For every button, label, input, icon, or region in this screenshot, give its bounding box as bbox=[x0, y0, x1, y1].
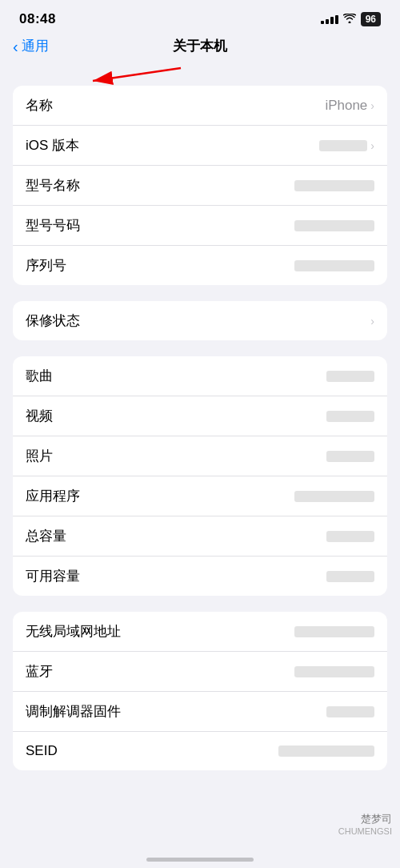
name-text: iPhone bbox=[325, 98, 367, 114]
seid-label: SEID bbox=[26, 743, 58, 759]
status-icons: 96 bbox=[321, 12, 381, 26]
modem-firmware-redacted bbox=[326, 706, 374, 717]
svg-line-1 bbox=[93, 68, 181, 81]
songs-row: 歌曲 bbox=[13, 356, 387, 396]
total-capacity-row: 总容量 bbox=[13, 516, 387, 557]
total-capacity-redacted bbox=[326, 531, 374, 542]
device-info-group: 名称 iPhone › iOS 版本 › 型号名称 型号号码 序列号 bbox=[13, 86, 387, 285]
seid-row: SEID bbox=[13, 732, 387, 770]
apps-row: 应用程序 bbox=[13, 476, 387, 516]
name-label: 名称 bbox=[26, 96, 53, 115]
back-label: 通用 bbox=[22, 37, 49, 55]
page-title: 关于本机 bbox=[173, 37, 227, 55]
home-indicator-bar bbox=[0, 841, 400, 868]
name-row[interactable]: 名称 iPhone › bbox=[13, 86, 387, 126]
model-number-redacted bbox=[294, 220, 374, 231]
watermark: 楚梦司 CHUMENGSI bbox=[338, 812, 392, 836]
network-ids-group: 无线局域网地址 蓝牙 调制解调器固件 SEID bbox=[13, 612, 387, 770]
name-chevron-icon: › bbox=[370, 99, 374, 112]
status-bar: 08:48 96 bbox=[0, 0, 400, 34]
available-capacity-redacted bbox=[326, 571, 374, 582]
photos-row: 照片 bbox=[13, 436, 387, 476]
videos-row: 视频 bbox=[13, 396, 387, 436]
bluetooth-redacted bbox=[294, 666, 374, 677]
wifi-address-redacted bbox=[294, 626, 374, 637]
bluetooth-label: 蓝牙 bbox=[26, 662, 53, 681]
status-time: 08:48 bbox=[19, 11, 56, 27]
back-button[interactable]: ‹ 通用 bbox=[13, 37, 49, 55]
nav-bar: ‹ 通用 关于本机 bbox=[0, 34, 400, 63]
seid-redacted bbox=[278, 745, 374, 757]
media-storage-group: 歌曲 视频 照片 应用程序 总容量 可用容量 bbox=[13, 356, 387, 596]
model-number-row: 型号号码 bbox=[13, 206, 387, 246]
ios-version-value: › bbox=[319, 139, 374, 152]
available-capacity-label: 可用容量 bbox=[26, 567, 80, 585]
back-chevron-icon: ‹ bbox=[13, 38, 18, 54]
model-number-label: 型号号码 bbox=[26, 216, 80, 235]
warranty-chevron-icon: › bbox=[370, 315, 374, 328]
ios-version-chevron-icon: › bbox=[370, 139, 374, 152]
name-value: iPhone › bbox=[325, 98, 374, 114]
wifi-address-row: 无线局域网地址 bbox=[13, 612, 387, 652]
model-name-label: 型号名称 bbox=[26, 176, 80, 195]
apps-label: 应用程序 bbox=[26, 487, 80, 505]
bluetooth-row: 蓝牙 bbox=[13, 652, 387, 692]
arrow-annotation bbox=[13, 63, 387, 86]
model-name-row: 型号名称 bbox=[13, 166, 387, 206]
photos-redacted bbox=[326, 451, 374, 462]
available-capacity-row: 可用容量 bbox=[13, 557, 387, 596]
model-name-redacted bbox=[294, 180, 374, 191]
model-name-value bbox=[294, 180, 374, 191]
warranty-row[interactable]: 保修状态 › bbox=[13, 301, 387, 340]
warranty-group: 保修状态 › bbox=[13, 301, 387, 340]
warranty-label: 保修状态 bbox=[26, 311, 80, 330]
serial-number-redacted bbox=[294, 260, 374, 271]
signal-icon bbox=[321, 15, 338, 24]
videos-redacted bbox=[326, 411, 374, 422]
ios-version-row[interactable]: iOS 版本 › bbox=[13, 126, 387, 166]
photos-label: 照片 bbox=[26, 447, 53, 465]
watermark-line1: 楚梦司 bbox=[338, 812, 392, 826]
apps-redacted bbox=[294, 491, 374, 502]
modem-firmware-label: 调制解调器固件 bbox=[26, 702, 121, 721]
watermark-line2: CHUMENGSI bbox=[338, 826, 392, 836]
battery-level: 96 bbox=[366, 14, 376, 25]
modem-firmware-row: 调制解调器固件 bbox=[13, 692, 387, 732]
warranty-value: › bbox=[370, 315, 374, 328]
wifi-address-label: 无线局域网地址 bbox=[26, 622, 121, 641]
battery-icon: 96 bbox=[361, 12, 381, 26]
model-number-value bbox=[294, 220, 374, 231]
videos-label: 视频 bbox=[26, 407, 53, 425]
wifi-icon bbox=[343, 13, 356, 26]
home-indicator bbox=[146, 858, 254, 862]
serial-number-value bbox=[294, 260, 374, 271]
ios-version-label: iOS 版本 bbox=[26, 136, 79, 155]
ios-version-redacted bbox=[319, 140, 367, 151]
serial-number-row: 序列号 bbox=[13, 246, 387, 285]
total-capacity-label: 总容量 bbox=[26, 527, 66, 545]
songs-redacted bbox=[326, 371, 374, 382]
serial-number-label: 序列号 bbox=[26, 256, 66, 275]
songs-label: 歌曲 bbox=[26, 367, 53, 385]
